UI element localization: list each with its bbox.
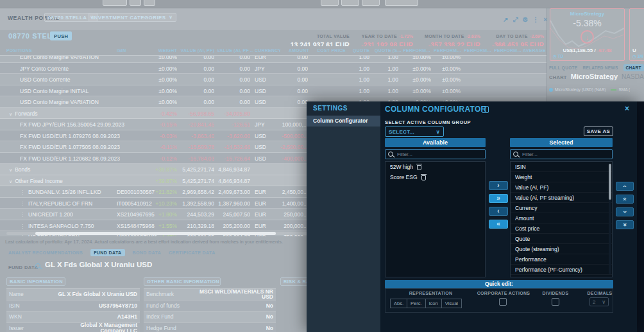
row-menu-icon[interactable]: ⋮ <box>20 201 25 207</box>
column-header[interactable]: PERFORM... <box>464 48 493 53</box>
representation-icon[interactable]: Icon <box>425 299 442 308</box>
move-all-right-button[interactable]: » <box>489 194 508 203</box>
column-header[interactable]: PERFORM... <box>403 48 432 53</box>
selected-item-label: Performance (PF-Currency) <box>515 265 582 275</box>
clipped-button[interactable] <box>144 0 155 6</box>
decimals-select[interactable]: 2 ∨ <box>589 297 609 306</box>
column-group-select[interactable]: SELECT... ∨ <box>385 127 444 137</box>
info-value: No <box>266 303 273 309</box>
top-clipped-toolbar <box>0 0 644 8</box>
representation-visual[interactable]: Visual <box>441 299 462 308</box>
corporate-actions-checkbox[interactable] <box>499 298 507 306</box>
settings-gear-icon[interactable]: ⚙ <box>522 16 528 24</box>
column-header[interactable]: AVERAGE ... <box>523 48 547 53</box>
column-header[interactable]: VALUE (AI, PF) <box>178 48 214 53</box>
trash-icon[interactable] <box>417 165 421 170</box>
representation-perc[interactable]: Perc. <box>407 299 426 308</box>
available-item[interactable]: 52W high <box>386 162 485 172</box>
quote-card-partial[interactable]: U ◷ 1M <box>629 8 644 61</box>
share-icon[interactable]: ↗ <box>503 16 508 24</box>
info-icon[interactable]: i <box>482 106 489 113</box>
move-down-button[interactable]: › <box>616 207 634 216</box>
info-value: MSCI WRLD/MATERIALS NR USD <box>191 289 273 300</box>
column-header[interactable]: QUOTE (S... <box>375 48 403 53</box>
table-row[interactable]: USD Conto Margine INITIAL±0.00%0.000.00U… <box>0 85 547 97</box>
tab-certificate-data[interactable]: CERTIFICATE DATA <box>169 250 216 255</box>
row-menu-icon[interactable]: ⋮ <box>20 189 25 195</box>
fund-data-label: FUND DATA <box>8 265 38 270</box>
close-icon[interactable]: × <box>625 104 629 113</box>
selected-list-title: Selected <box>510 138 613 147</box>
column-header[interactable]: COST PRICE <box>317 48 350 53</box>
push-button[interactable]: PUSH <box>50 31 72 40</box>
clipped-button[interactable] <box>321 0 339 6</box>
selected-item[interactable]: Weight <box>511 172 612 182</box>
expand-caret-icon[interactable]: ∨ <box>9 168 12 172</box>
list-scrollbar-thumb[interactable] <box>609 164 611 200</box>
clipped-button[interactable] <box>362 0 380 6</box>
panel-header-2[interactable]: OTHER BASIC INFORMATION∨ <box>144 277 221 286</box>
column-header[interactable]: QUOTE <box>346 48 369 53</box>
column-header[interactable]: POSITIONS <box>6 48 115 53</box>
tab-related-news[interactable]: RELATED NEWS <box>582 66 618 70</box>
quote-card-change-pct: -5.38% <box>550 18 624 28</box>
cell-amount: 0.00 <box>268 76 308 83</box>
selected-item[interactable]: Value (Ai, PF streaming) <box>511 193 612 203</box>
table-row[interactable]: USD Conto Corrente±0.00%0.000.00USD0.001… <box>0 74 547 85</box>
investment-categories-dropdown[interactable]: INVESTMENT CATEGORIES ∨ <box>89 13 176 22</box>
selected-item[interactable]: Performance (PF-Currency) <box>511 265 612 275</box>
selected-item[interactable]: Currency <box>511 203 612 213</box>
column-header[interactable]: AMOUNT <box>268 48 309 53</box>
fullscreen-icon[interactable]: ⤢ <box>513 16 518 24</box>
trash-icon[interactable] <box>421 175 426 180</box>
move-left-button[interactable]: ‹ <box>489 207 508 216</box>
tab-chart[interactable]: CHART <box>623 64 644 71</box>
move-up-button[interactable]: › <box>616 182 634 191</box>
info-label: ISIN <box>9 302 20 309</box>
move-top-button[interactable]: » <box>616 195 634 204</box>
clipped-button[interactable] <box>341 0 359 6</box>
selected-item[interactable]: Performance (PL-Currency streaming) <box>511 275 612 277</box>
selected-item[interactable]: Cost price <box>511 223 612 234</box>
column-header[interactable]: WEIGHT <box>144 48 177 53</box>
move-right-button[interactable]: › <box>489 181 508 190</box>
fund-search-value[interactable]: GL X Fds Global X Uraniu USD <box>45 261 152 268</box>
move-bottom-button[interactable]: » <box>616 220 634 229</box>
sidebar-item-column-configurator[interactable]: Column Configurator <box>307 116 380 127</box>
quote-card-microstrategy[interactable]: MicroStrategy -5.38% ↓ US$1,186.55 / -67… <box>550 8 625 61</box>
selected-item[interactable]: Value (Ai, PF) <box>511 182 612 193</box>
selected-item[interactable]: Amount <box>511 213 612 223</box>
save-as-button[interactable]: SAVE AS <box>584 127 613 136</box>
kebab-menu-icon[interactable]: ⋮ <box>532 16 539 24</box>
panel-title: BASIC INFORMATION <box>10 279 63 284</box>
selected-item[interactable]: ISIN <box>511 162 612 172</box>
clipped-button[interactable] <box>103 0 127 6</box>
tab-full-quote[interactable]: FULL QUOTE <box>549 66 577 70</box>
row-menu-icon[interactable]: ⋮ <box>20 223 25 229</box>
available-filter-input[interactable] <box>396 151 482 158</box>
selected-filter-input[interactable] <box>521 151 609 158</box>
selected-item[interactable]: Quote (streaming) <box>511 244 612 254</box>
column-header[interactable]: PERFORM... <box>434 48 463 53</box>
column-header[interactable]: VALUE (AI, PF ... <box>217 48 253 53</box>
clipped-button[interactable] <box>385 0 418 6</box>
selected-item[interactable]: Performance <box>511 254 612 265</box>
expand-caret-icon[interactable]: ∨ <box>9 179 12 184</box>
row-menu-icon[interactable]: ⋮ <box>20 212 25 218</box>
available-item[interactable]: Score ESG <box>386 172 485 182</box>
tab-fund-data[interactable]: FUND DATA <box>90 249 124 256</box>
selected-item[interactable]: Quote <box>511 234 612 244</box>
panel-header-1[interactable]: BASIC INFORMATION∨ <box>6 277 65 286</box>
tab-bond-data[interactable]: BOND DATA <box>133 250 162 255</box>
move-all-left-button[interactable]: « <box>489 220 508 229</box>
horizontal-scrollbar-thumb[interactable] <box>35 232 276 235</box>
cell-value2: -34,005.80 <box>216 110 250 117</box>
table-row[interactable]: EUR Conto Margine VARIATION±0.00%0.000.0… <box>0 56 547 63</box>
representation-abs[interactable]: Abs. <box>390 299 407 308</box>
expand-caret-icon[interactable]: ∨ <box>9 112 12 116</box>
table-row[interactable]: JPY Conto Corrente±0.00%0.000.00JPY0.001… <box>0 63 547 74</box>
dividends-checkbox[interactable] <box>552 298 559 306</box>
column-header[interactable]: PERFORM... <box>494 48 523 53</box>
tab-analyst-recommendations[interactable]: ANALYST RECOMMENDATIONS <box>8 250 83 255</box>
clipped-button[interactable] <box>130 0 141 6</box>
